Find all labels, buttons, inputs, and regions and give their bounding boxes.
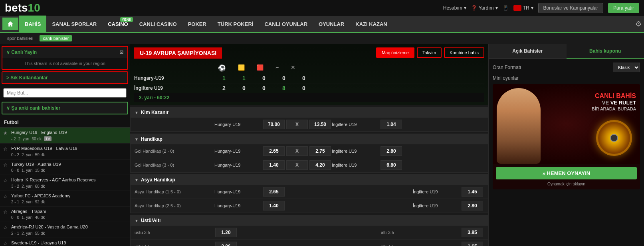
main-nav: BAHİS SANAL SPORLAR CASINO Yeni! CANLI C…: [0, 16, 644, 33]
bet-row: Gol Handikap (3 - 0) Hungary-U19 1.40 X …: [131, 158, 488, 172]
nav-sanal-sporlar[interactable]: SANAL SPORLAR: [46, 16, 102, 32]
breadcrumb-spor[interactable]: spor bahisleri: [4, 35, 36, 41]
account-link[interactable]: Hesabım ▾: [443, 5, 466, 11]
team2-yellow: 0: [234, 85, 254, 91]
bet-section-header[interactable]: ▼ Kim Kazanır: [131, 107, 488, 118]
match-item[interactable]: ★ Hungary-U19 - England-U19 - 2 2. yarı …: [0, 128, 130, 144]
promo-title-line1: CANLI BAHİS: [592, 92, 636, 100]
match-item[interactable]: ☆ Turkey-U19 - Austria-U19 0 - 0 1. yarı…: [0, 159, 130, 175]
star-icon[interactable]: ☆: [3, 194, 8, 199]
promo-cta-button[interactable]: » HEMEN OYNAYIN: [496, 167, 637, 179]
bet-team2: İngiltere U19: [332, 163, 380, 167]
preview-button[interactable]: Maç önizleme: [376, 47, 414, 58]
oran-format-row: Oran Formatı Klasik: [493, 63, 640, 72]
bet-row: Hungary-U19 70.00 X 13.50 İngiltere U19 …: [131, 118, 488, 132]
bet-odd1[interactable]: 1.40: [263, 201, 285, 211]
star-icon[interactable]: ☆: [3, 146, 8, 152]
bet-team1: Hungary-U19: [214, 149, 262, 154]
promo-footer-link[interactable]: Oynamak için tıklayın: [496, 182, 637, 186]
bet-odd2[interactable]: 2.80: [462, 201, 483, 211]
match-item[interactable]: ☆ Sweden-U19 - Ukrayna U19: [0, 238, 130, 246]
bet-section-header[interactable]: ▼ Asya Handikap: [131, 175, 488, 185]
match-header-area: U-19 AVRUPA ŞAMPİYONASI Maç önizleme Tak…: [130, 44, 488, 105]
bet-odd2[interactable]: 1.04: [380, 120, 402, 129]
language-selector[interactable]: TR ▾: [513, 5, 533, 11]
match-item[interactable]: ☆ América-RJ U20 - Vasco da Gama U20 2 -…: [0, 222, 130, 238]
search-input[interactable]: [3, 88, 127, 98]
match-teams: FYR Macedonia-U19 - Latvia-U19: [11, 146, 126, 152]
sik-kullanilanlar-header[interactable]: > Sık Kullanılanlar: [2, 72, 127, 83]
sport-label-futbol: Futbol: [0, 118, 130, 128]
bet-section-header[interactable]: ▼ Üstü/Altı: [131, 215, 488, 226]
star-icon[interactable]: ☆: [3, 241, 8, 246]
bet-odd2[interactable]: 2.80: [380, 146, 402, 156]
deposit-button[interactable]: Para yatır: [608, 3, 639, 13]
bet-odd2[interactable]: 6.80: [380, 160, 402, 170]
canli-yayin-header[interactable]: ∨ Canlı Yayin ⊡: [2, 47, 127, 58]
oran-format-select[interactable]: Klasik: [613, 63, 640, 72]
match-item[interactable]: ☆ Hobro IK Reserves - AGF Aarhus Reserve…: [0, 175, 130, 191]
bet-oddX[interactable]: X: [286, 120, 308, 129]
bet-odd1[interactable]: 1.40: [263, 160, 285, 170]
combine-button[interactable]: Kombine bahis: [444, 47, 484, 58]
match-item[interactable]: ☆ FYR Macedonia-U19 - Latvia-U19 0 - 2 2…: [0, 144, 130, 159]
bet-oddX[interactable]: X: [286, 146, 308, 156]
bet-section-handikap: ▼ Handikap Gol Handikap (2 - 0) Hungary-…: [130, 134, 488, 173]
star-icon[interactable]: ☆: [3, 162, 8, 168]
bet-label2: altı 3.5: [381, 230, 461, 235]
match-item[interactable]: ☆ Yafoot FC - APEJES Academy 2 - 1 2. ya…: [0, 191, 130, 207]
star-icon[interactable]: ☆: [3, 209, 8, 215]
nav-poker[interactable]: POKER: [182, 16, 212, 32]
bet-odd1[interactable]: 2.06: [215, 242, 237, 246]
help-link[interactable]: ❓ Yardım ▾: [471, 5, 498, 11]
woman-figure: [497, 88, 541, 164]
nav-canli-oyunlar[interactable]: CANLI OYUNLAR: [259, 16, 313, 32]
logo-number: 10: [28, 2, 40, 14]
bet-odd2[interactable]: 1.45: [462, 187, 483, 197]
bet-odd1[interactable]: 2.65: [263, 146, 285, 156]
score-icons-row: ⚽ 🟨 🟥 ⌐ ✕: [134, 63, 484, 73]
bet-label: Asya Handikap (1.5 - 0): [135, 189, 214, 194]
nav-casino[interactable]: CASINO Yeni!: [102, 16, 134, 32]
breadcrumb-canli[interactable]: canlı bahisler: [40, 35, 72, 41]
anki-canli-header[interactable]: ∨ Şu anki canlı bahisler: [2, 102, 127, 114]
match-score-time: 0 - 0 1. yarı 46 dk: [11, 215, 126, 220]
anki-canli-section: ∨ Şu anki canlı bahisler: [2, 102, 128, 114]
bet-odd1[interactable]: 70.00: [263, 120, 285, 129]
nav-canli-casino[interactable]: CANLI CASINO: [134, 16, 182, 32]
bet-label: üstü 3.5: [135, 230, 214, 235]
bet-row: Asya Handikap (2.5 - 0) Hungary-U19 1.40…: [131, 199, 488, 213]
logo[interactable]: bets10: [5, 2, 40, 14]
tab-acik-bahisler[interactable]: Açık Bahisler: [489, 44, 567, 59]
bet-row: üstü 4.5 2.06 altı 4.5 1.65: [131, 240, 488, 246]
bonus-button[interactable]: Bonuslar ve Kampanyalar: [538, 3, 603, 13]
star-icon[interactable]: ★: [3, 130, 8, 136]
nav-home-button[interactable]: [2, 18, 18, 30]
nav-bahis[interactable]: BAHİS: [19, 16, 46, 32]
bet-odd2[interactable]: 3.85: [462, 228, 483, 237]
right-panel-tabs: Açık Bahisler Bahis kuponu: [489, 44, 644, 59]
star-icon[interactable]: ☆: [3, 225, 8, 230]
team2-name: İngiltere U19: [134, 85, 214, 91]
star-icon[interactable]: ☆: [3, 178, 8, 183]
bet-team1: Hungary-U19: [214, 122, 262, 127]
calendar-button[interactable]: Takvim: [417, 47, 442, 58]
red-card-icon: 🟥: [257, 64, 264, 72]
mobile-icon[interactable]: 📱: [503, 5, 509, 11]
bet-label: Asya Handikap (2.5 - 0): [135, 203, 214, 208]
promo-text: CANLI BAHİS VE VE RULET BİR ARADA, BURAD…: [592, 92, 636, 112]
match-item[interactable]: ☆ Akragas - Trapani 0 - 0 1. yarı 46 dk: [0, 207, 130, 222]
bet-section-header[interactable]: ▼ Handikap: [131, 134, 488, 144]
nav-oyunlar[interactable]: OYUNLAR: [313, 16, 350, 32]
bet-odd1[interactable]: 2.65: [263, 187, 285, 197]
nav-turk-pokeri[interactable]: TÜRK POKERİ: [212, 16, 259, 32]
tab-bahis-kuponu[interactable]: Bahis kuponu: [567, 44, 644, 59]
bet-odd2[interactable]: 1.65: [462, 242, 483, 246]
bet-oddX[interactable]: X: [286, 160, 308, 170]
bet-label: Gol Handikap (3 - 0): [135, 163, 214, 167]
nav-kazi-kazan[interactable]: KAZI KAZAN: [350, 16, 392, 32]
bet-odd1[interactable]: 1.20: [215, 228, 237, 237]
settings-icon[interactable]: ⚙: [635, 20, 642, 28]
team1-yellow: 1: [234, 75, 254, 81]
promo-banner[interactable]: CANLI BAHİS VE VE RULET BİR ARADA, BURAD…: [493, 84, 640, 189]
